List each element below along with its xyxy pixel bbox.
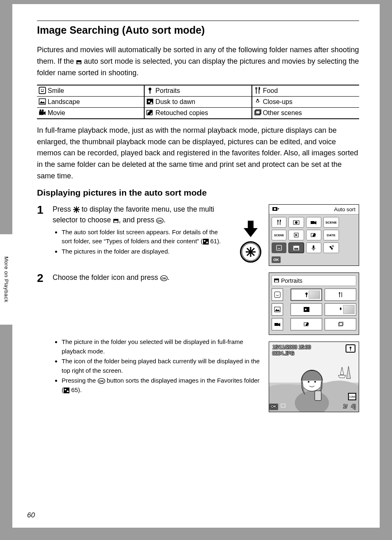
svg-point-12 bbox=[39, 109, 42, 111]
page-title: Image Searching (Auto sort mode) bbox=[37, 24, 359, 36]
svg-point-57 bbox=[308, 381, 309, 383]
svg-point-24 bbox=[274, 208, 276, 210]
portrait-badge-icon bbox=[346, 344, 355, 353]
folder-table: Smile Portraits Food Landscape Dusk to d… bbox=[37, 85, 359, 119]
intro-paragraph: Pictures and movies will automatically b… bbox=[37, 44, 359, 79]
section-subtitle: Displaying pictures in the auto sort mod… bbox=[37, 188, 359, 198]
dusk-icon bbox=[146, 98, 154, 105]
landscape-icon bbox=[39, 98, 46, 105]
cell-label: Close-ups bbox=[263, 98, 293, 105]
camera-icon bbox=[272, 206, 280, 212]
cell-label: Landscape bbox=[48, 98, 80, 105]
star-button bbox=[240, 241, 261, 263]
pf-landscape bbox=[272, 303, 283, 316]
resolution-badge: 10M bbox=[348, 393, 356, 400]
svg-rect-33 bbox=[313, 245, 314, 249]
menu-setup bbox=[323, 242, 339, 253]
menu-movie bbox=[306, 217, 322, 228]
playback-filename: 0004.JPG bbox=[272, 351, 311, 356]
other-icon bbox=[254, 109, 261, 116]
folder-title: Portraits bbox=[281, 277, 302, 285]
fav-icon bbox=[281, 403, 286, 410]
svg-text:OK: OK bbox=[99, 379, 104, 383]
steps: 1 Press to display the favorite menu, us… bbox=[37, 204, 359, 412]
rule bbox=[37, 21, 359, 21]
step-1-text: Press to display the favorite menu, use … bbox=[53, 204, 226, 225]
ok-icon: OK bbox=[98, 378, 105, 384]
playback-paragraph: In full-frame playback mode, just as wit… bbox=[37, 125, 359, 182]
svg-point-58 bbox=[314, 381, 316, 383]
menu-date: DATE bbox=[323, 230, 339, 240]
smile-icon bbox=[39, 87, 46, 94]
svg-rect-59 bbox=[315, 391, 321, 401]
pf-closeup bbox=[325, 303, 356, 316]
svg-text:OK: OK bbox=[157, 219, 162, 223]
svg-rect-51 bbox=[64, 388, 69, 393]
ok-badge: OK bbox=[272, 256, 281, 263]
cell-label: Other scenes bbox=[263, 109, 302, 116]
svg-point-5 bbox=[43, 89, 44, 90]
svg-point-10 bbox=[148, 100, 150, 102]
ok-badge: OK bbox=[269, 404, 278, 410]
step-number: 2 bbox=[37, 272, 47, 412]
svg-point-44 bbox=[305, 309, 307, 310]
autosort-icon: AUTO bbox=[76, 59, 82, 65]
svg-rect-45 bbox=[274, 323, 278, 326]
svg-rect-39 bbox=[274, 292, 280, 298]
cell-label: Smile bbox=[48, 87, 64, 94]
page-number: 60 bbox=[27, 511, 35, 519]
movie-icon bbox=[39, 109, 46, 116]
cell-label: Retouched copies bbox=[155, 109, 208, 116]
svg-point-26 bbox=[295, 222, 297, 224]
step-2-bullets: The picture in the folder you selected w… bbox=[53, 337, 261, 395]
pf-food bbox=[325, 288, 356, 301]
autosort-menu-screen: Auto sort SCENE SCENE DATE bbox=[269, 204, 359, 266]
portrait-icon bbox=[146, 87, 154, 94]
menu-side-smile bbox=[272, 242, 286, 253]
star-icon bbox=[73, 206, 80, 213]
closeup-icon bbox=[254, 98, 261, 105]
svg-rect-38 bbox=[275, 280, 279, 282]
portraits-folder-screen: Portraits bbox=[269, 272, 359, 335]
cell-label: Food bbox=[263, 87, 278, 94]
pf-smile bbox=[272, 288, 283, 301]
pf-portrait-selected bbox=[291, 288, 322, 301]
cell-label: Portraits bbox=[155, 87, 180, 94]
svg-rect-7 bbox=[150, 90, 150, 94]
page-ref-icon bbox=[203, 239, 209, 245]
step-2: 2 Choose the folder icon and press OK. P… bbox=[37, 272, 359, 412]
menu-side-food bbox=[272, 217, 286, 228]
frame-total: 4 bbox=[351, 404, 354, 409]
playback-date: 15/11/2008 15:30 bbox=[272, 344, 311, 350]
down-arrow-icon bbox=[244, 221, 258, 237]
svg-point-52 bbox=[65, 389, 66, 390]
pf-other bbox=[325, 318, 356, 330]
svg-text:AUTO: AUTO bbox=[77, 62, 81, 64]
svg-rect-11 bbox=[39, 111, 44, 115]
step-number: 1 bbox=[37, 204, 47, 266]
ok-icon: OK bbox=[156, 218, 164, 224]
svg-point-6 bbox=[149, 88, 152, 90]
section-tab: More on Playback bbox=[0, 234, 12, 325]
svg-rect-62 bbox=[281, 404, 285, 407]
step-1-bullets: The auto sort folder list screen appears… bbox=[53, 228, 226, 256]
menu-scene: SCENE bbox=[323, 217, 339, 228]
svg-rect-27 bbox=[311, 221, 314, 224]
svg-point-22 bbox=[204, 240, 205, 242]
autosort-icon bbox=[274, 277, 279, 285]
svg-rect-61 bbox=[350, 348, 351, 351]
pf-dusk bbox=[291, 303, 322, 316]
svg-rect-21 bbox=[203, 239, 209, 245]
menu-voice bbox=[306, 242, 322, 253]
step-1: 1 Press to display the favorite menu, us… bbox=[37, 204, 359, 266]
manual-page: Image Searching (Auto sort mode) Picture… bbox=[12, 4, 380, 528]
step-1-figure: Auto sort SCENE SCENE DATE bbox=[236, 204, 359, 266]
page-ref-icon bbox=[64, 388, 69, 393]
svg-rect-3 bbox=[39, 87, 46, 94]
svg-point-4 bbox=[41, 89, 42, 90]
svg-text:OK: OK bbox=[161, 277, 166, 280]
food-icon bbox=[254, 87, 261, 94]
svg-point-34 bbox=[332, 245, 334, 247]
menu-retouch bbox=[306, 230, 322, 240]
svg-rect-41 bbox=[306, 295, 307, 297]
